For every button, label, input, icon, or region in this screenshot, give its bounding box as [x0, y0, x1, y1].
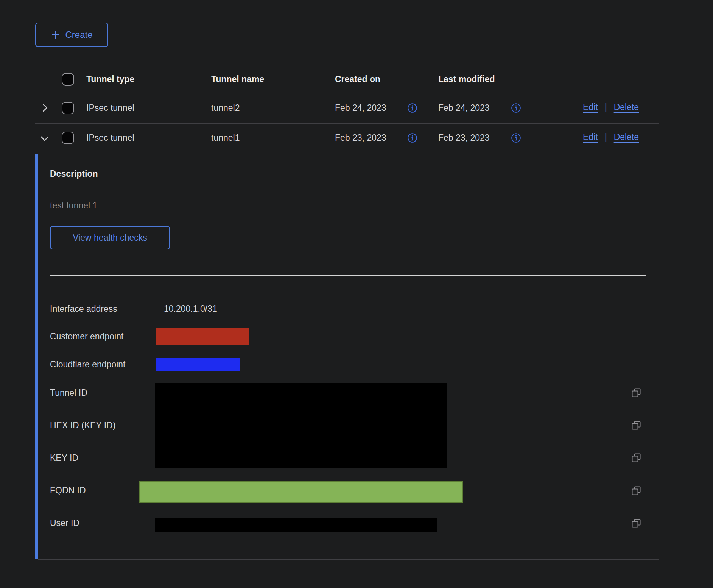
copy-icon	[630, 524, 642, 530]
row-actions: Edit | Delete	[583, 132, 639, 142]
actions-separator: |	[605, 132, 607, 142]
copy-icon	[630, 426, 642, 432]
row-checkbox[interactable]	[62, 132, 74, 144]
view-health-checks-button[interactable]: View health checks	[50, 226, 170, 249]
fqdn-id-label: FQDN ID	[50, 485, 86, 496]
user-id-redacted-value	[155, 518, 437, 532]
created-on-cell: Feb 24, 2023	[335, 103, 386, 113]
info-icon[interactable]	[407, 133, 417, 143]
column-header-tunnel-type: Tunnel type	[86, 74, 134, 84]
key-id-label: KEY ID	[50, 453, 78, 463]
row-checkbox[interactable]	[62, 102, 74, 114]
chevron-right-icon	[39, 109, 50, 114]
collapse-row-button[interactable]	[39, 133, 50, 144]
copy-icon	[630, 459, 642, 465]
copy-icon	[630, 492, 642, 498]
column-header-created-on: Created on	[335, 74, 380, 84]
description-label: Description	[50, 169, 98, 179]
column-header-last-modified: Last modified	[438, 74, 495, 84]
expand-row-button[interactable]	[39, 103, 50, 113]
delete-link[interactable]: Delete	[614, 102, 639, 112]
hex-id-label: HEX ID (KEY ID)	[50, 420, 115, 431]
last-modified-cell: Feb 24, 2023	[438, 103, 490, 113]
edit-link[interactable]: Edit	[583, 132, 598, 142]
tunnel-name-cell: tunnel1	[211, 133, 240, 143]
description-value: test tunnel 1	[50, 201, 97, 211]
copy-tunnel-id-button[interactable]	[630, 387, 642, 398]
fqdn-id-redacted-value	[139, 481, 463, 503]
user-id-label: User ID	[50, 518, 79, 528]
chevron-down-icon	[39, 139, 50, 145]
info-icon[interactable]	[511, 133, 521, 143]
view-health-checks-label: View health checks	[73, 233, 147, 243]
plus-icon	[51, 30, 61, 40]
customer-endpoint-label: Customer endpoint	[50, 331, 123, 342]
tunnel-type-cell: IPsec tunnel	[86, 133, 134, 143]
expanded-panel-bottom-divider	[38, 559, 659, 560]
row-actions: Edit | Delete	[583, 102, 639, 112]
tunnels-page: Create Tunnel type Tunnel name Created o…	[0, 0, 713, 588]
copy-user-id-button[interactable]	[630, 518, 642, 529]
copy-key-id-button[interactable]	[630, 452, 642, 464]
customer-endpoint-redacted-value	[156, 328, 249, 345]
create-button[interactable]: Create	[35, 23, 108, 47]
create-button-label: Create	[65, 30, 92, 40]
copy-fqdn-id-button[interactable]	[630, 485, 642, 496]
expanded-row-accent-bar	[35, 154, 38, 559]
last-modified-cell: Feb 23, 2023	[438, 133, 490, 143]
tunnel-name-cell: tunnel2	[211, 103, 240, 113]
interface-address-value: 10.200.1.0/31	[164, 304, 217, 314]
info-icon[interactable]	[407, 103, 417, 113]
header-divider	[35, 93, 659, 93]
edit-link[interactable]: Edit	[583, 102, 598, 112]
section-divider	[50, 275, 646, 276]
tunnel-type-cell: IPsec tunnel	[86, 103, 134, 113]
column-header-tunnel-name: Tunnel name	[211, 74, 264, 84]
tunnel-id-label: Tunnel ID	[50, 388, 87, 398]
created-on-cell: Feb 23, 2023	[335, 133, 386, 143]
interface-address-label: Interface address	[50, 304, 117, 314]
row-divider	[35, 123, 659, 124]
select-all-checkbox[interactable]	[62, 73, 74, 86]
delete-link[interactable]: Delete	[614, 132, 639, 142]
info-icon[interactable]	[511, 103, 521, 113]
actions-separator: |	[605, 102, 607, 112]
copy-icon	[630, 394, 642, 400]
cloudflare-endpoint-label: Cloudflare endpoint	[50, 359, 125, 370]
cloudflare-endpoint-redacted-value	[156, 358, 240, 371]
ids-redacted-values	[155, 383, 447, 468]
copy-hex-id-button[interactable]	[630, 420, 642, 431]
